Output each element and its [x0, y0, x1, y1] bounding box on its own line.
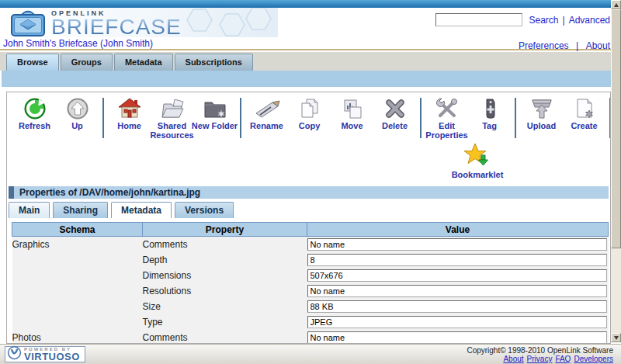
bookmarklet-star-icon	[463, 143, 491, 169]
scrollbar-down-arrow-icon[interactable]	[611, 333, 621, 342]
bookmarklet-button[interactable]: Bookmarklet	[448, 143, 507, 179]
footer-link-privacy[interactable]: Privacy	[527, 355, 553, 363]
footer-link-faq[interactable]: FAQ	[555, 355, 571, 363]
breadcrumb-row: John Smith's Briefcase (John Smith) Pref…	[0, 37, 621, 50]
properties-title: Properties of /DAV/home/john/kartina.jpg	[15, 187, 200, 198]
toolbar-item-up[interactable]: Up	[56, 96, 99, 130]
tag-icon	[478, 96, 501, 120]
toolbar-item-edit-properties[interactable]: Edit Properties	[425, 96, 468, 140]
search-input[interactable]	[435, 13, 522, 26]
column-header-value: Value	[307, 223, 609, 237]
tab-metadata[interactable]: Metadata	[114, 54, 173, 71]
value-cell	[307, 252, 609, 268]
toolbar-item-create[interactable]: Create	[563, 96, 605, 130]
toolbar-item-label: Copy	[299, 121, 321, 130]
metadata-value-input[interactable]	[307, 300, 607, 313]
toolbar-item-home[interactable]: Home	[108, 96, 151, 130]
properties-tab-bar: MainSharingMetadataVersions	[9, 202, 610, 218]
toolbar-item-move[interactable]: Move	[331, 96, 373, 130]
footer-link-developers[interactable]: Developers	[574, 355, 613, 363]
value-cell	[307, 299, 609, 314]
main-tab-bar: BrowseGroupsMetadataSubscriptions	[0, 52, 621, 71]
metadata-value-input[interactable]	[307, 331, 607, 344]
toolbar-item-label: Create	[571, 121, 597, 130]
table-row: Resolutions	[12, 283, 609, 299]
advanced-search-link[interactable]: Advanced	[569, 15, 610, 26]
toolbar-separator	[515, 98, 516, 138]
toolbar-item-label: Home	[117, 121, 141, 130]
scrollbar-up-arrow-icon[interactable]	[611, 0, 621, 9]
table-row: PhotosComments	[12, 330, 609, 345]
toolbar-item-label: Delete	[382, 121, 408, 130]
shared-resources-icon	[159, 96, 186, 120]
brand-briefcase: BRIEFCASE	[51, 17, 182, 37]
value-cell	[307, 314, 609, 330]
property-cell: Depth	[143, 252, 307, 268]
toolbar-item-upload[interactable]: Upload	[520, 96, 563, 130]
toolbar-item-label: Shared Resources	[150, 121, 193, 140]
about-link[interactable]: About	[586, 40, 610, 51]
metadata-value-input[interactable]	[307, 316, 607, 328]
metadata-value-input[interactable]	[307, 238, 607, 251]
schema-cell	[12, 283, 143, 299]
metadata-value-input[interactable]	[307, 269, 607, 282]
tab-groups[interactable]: Groups	[61, 54, 113, 71]
toolbar-item-shared-resources[interactable]: Shared Resources	[151, 96, 193, 140]
toolbar-item-label: Tag	[482, 121, 497, 130]
breadcrumb[interactable]: John Smith's Briefcase (John Smith)	[3, 38, 153, 49]
toolbar-item-tag[interactable]: Tag	[468, 96, 511, 130]
table-row: Size	[12, 299, 609, 314]
value-cell	[307, 283, 609, 299]
toolbar-item-label: Rename	[250, 121, 283, 130]
vertical-scrollbar[interactable]	[611, 0, 621, 342]
banner-artwork: OPENLINK BRIEFCASE	[0, 8, 278, 37]
value-cell	[307, 268, 609, 283]
table-row: Type	[12, 314, 609, 330]
value-cell	[307, 237, 609, 252]
preferences-link[interactable]: Preferences	[519, 40, 569, 51]
metadata-value-input[interactable]	[307, 285, 607, 297]
virtuoso-badge[interactable]: POWERED BY VIRTUOSO	[5, 346, 85, 362]
toolbar: RefreshUpHomeShared ResourcesNew FolderR…	[7, 92, 610, 140]
link-separator: |	[576, 40, 578, 51]
metadata-value-input[interactable]	[307, 254, 607, 266]
briefcase-logo-icon	[9, 8, 47, 40]
new-folder-icon	[203, 96, 227, 120]
search-link[interactable]: Search	[529, 15, 558, 26]
toolbar-item-delete[interactable]: Delete	[373, 96, 416, 130]
footer-links: AboutPrivacyFAQDevelopers	[467, 355, 613, 363]
toolbar-item-label: Upload	[527, 121, 556, 130]
toolbar-separator	[240, 98, 241, 138]
create-icon	[573, 96, 596, 120]
toolbar-item-refresh[interactable]: Refresh	[13, 96, 56, 130]
virtuoso-icon	[7, 345, 22, 363]
properties-tab-versions[interactable]: Versions	[175, 202, 234, 218]
footer-link-about[interactable]: About	[503, 355, 523, 363]
properties-title-bar: Properties of /DAV/home/john/kartina.jpg	[9, 186, 609, 199]
toolbar-item-rename[interactable]: Rename	[245, 96, 288, 130]
move-icon	[341, 96, 364, 120]
table-row: GraphicsComments	[12, 237, 609, 252]
toolbar-item-label: Refresh	[19, 121, 50, 130]
toolbar-separator	[102, 98, 104, 138]
properties-tab-main[interactable]: Main	[9, 202, 50, 218]
footer: POWERED BY VIRTUOSO Copyright© 1998-2010…	[0, 344, 621, 364]
schema-cell	[12, 268, 143, 283]
properties-tab-sharing[interactable]: Sharing	[53, 202, 108, 218]
tab-subscriptions[interactable]: Subscriptions	[175, 54, 253, 71]
toolbar-item-new-folder[interactable]: New Folder	[193, 96, 236, 130]
toolbar-accent-bar	[2, 71, 611, 87]
schema-cell	[12, 314, 143, 330]
scrollbar-thumb[interactable]	[611, 9, 621, 248]
refresh-icon	[23, 96, 47, 120]
column-header-schema: Schema	[12, 223, 143, 237]
toolbar-item-label: Move	[341, 121, 363, 130]
properties-tab-metadata[interactable]: Metadata	[111, 202, 172, 218]
tab-browse[interactable]: Browse	[6, 54, 59, 71]
home-icon	[118, 96, 141, 120]
app-banner: OPENLINK BRIEFCASE Search | Advanced	[0, 8, 621, 37]
toolbar-item-copy[interactable]: Copy	[288, 96, 331, 130]
table-row: Dimensions	[12, 268, 609, 283]
table-row: Depth	[12, 252, 609, 268]
top-blue-strip	[0, 0, 621, 8]
